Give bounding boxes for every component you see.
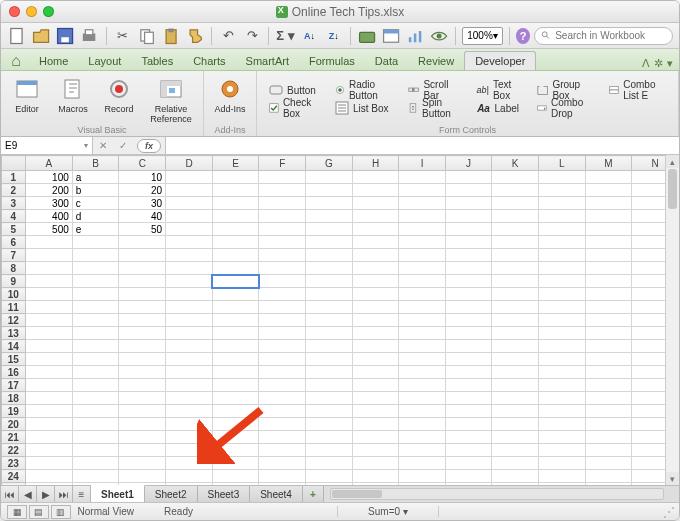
- cell[interactable]: [352, 301, 399, 314]
- row-header[interactable]: 7: [2, 249, 26, 262]
- cell[interactable]: [72, 249, 119, 262]
- cell[interactable]: [25, 366, 72, 379]
- cell[interactable]: [445, 353, 492, 366]
- cell[interactable]: [492, 392, 539, 405]
- cell[interactable]: [166, 392, 213, 405]
- form-groupbox[interactable]: Group Box: [533, 82, 595, 99]
- relative-reference-button[interactable]: Relative Reference: [143, 73, 199, 125]
- cell[interactable]: [166, 405, 213, 418]
- cell[interactable]: a: [72, 171, 119, 184]
- cell[interactable]: [166, 210, 213, 223]
- cell[interactable]: [492, 327, 539, 340]
- cell[interactable]: [306, 444, 353, 457]
- col-header[interactable]: F: [259, 156, 306, 171]
- copy-button[interactable]: [137, 26, 157, 46]
- cell[interactable]: [352, 431, 399, 444]
- cell[interactable]: [212, 405, 259, 418]
- cell[interactable]: d: [72, 210, 119, 223]
- paste-button[interactable]: [161, 26, 181, 46]
- cell[interactable]: [399, 418, 445, 431]
- cell[interactable]: [306, 379, 353, 392]
- row-header[interactable]: 8: [2, 262, 26, 275]
- col-header[interactable]: K: [492, 156, 539, 171]
- cell[interactable]: [259, 223, 306, 236]
- cell[interactable]: [399, 470, 445, 483]
- cell[interactable]: [492, 197, 539, 210]
- row-header[interactable]: 14: [2, 340, 26, 353]
- cell[interactable]: [445, 327, 492, 340]
- cell[interactable]: [119, 301, 166, 314]
- toolbox-button[interactable]: [357, 26, 377, 46]
- cell[interactable]: [25, 470, 72, 483]
- form-combo[interactable]: Combo Drop: [533, 100, 595, 117]
- cell[interactable]: [445, 223, 492, 236]
- undo-button[interactable]: ↶: [218, 26, 238, 46]
- cell[interactable]: [585, 301, 632, 314]
- row-header[interactable]: 21: [2, 431, 26, 444]
- cell[interactable]: [538, 197, 585, 210]
- cell[interactable]: [259, 301, 306, 314]
- cell[interactable]: [72, 340, 119, 353]
- cell[interactable]: [445, 444, 492, 457]
- cell[interactable]: [25, 236, 72, 249]
- zoom-level[interactable]: 100% ▾: [462, 27, 502, 45]
- cell[interactable]: [306, 431, 353, 444]
- cell[interactable]: [119, 314, 166, 327]
- cell[interactable]: [119, 236, 166, 249]
- cell[interactable]: [399, 327, 445, 340]
- sheet-tab[interactable]: Sheet2: [145, 486, 198, 502]
- cell[interactable]: [166, 340, 213, 353]
- fx-button[interactable]: fx: [137, 139, 161, 153]
- cell[interactable]: [72, 314, 119, 327]
- cell[interactable]: [538, 236, 585, 249]
- cell[interactable]: [399, 405, 445, 418]
- cell[interactable]: [306, 483, 353, 486]
- cell[interactable]: [212, 392, 259, 405]
- cell[interactable]: [585, 223, 632, 236]
- cell[interactable]: [399, 262, 445, 275]
- row-header[interactable]: 6: [2, 236, 26, 249]
- row-header[interactable]: 4: [2, 210, 26, 223]
- row-header[interactable]: 24: [2, 470, 26, 483]
- horizontal-scrollbar[interactable]: [330, 488, 664, 500]
- cell[interactable]: [352, 379, 399, 392]
- cell[interactable]: e: [72, 223, 119, 236]
- row-header[interactable]: 17: [2, 379, 26, 392]
- cell[interactable]: [119, 457, 166, 470]
- cell[interactable]: [212, 353, 259, 366]
- col-header[interactable]: G: [306, 156, 353, 171]
- row-header[interactable]: 5: [2, 223, 26, 236]
- cell[interactable]: [166, 262, 213, 275]
- cell[interactable]: [259, 171, 306, 184]
- cell[interactable]: [212, 210, 259, 223]
- cell[interactable]: [585, 171, 632, 184]
- cell[interactable]: [492, 288, 539, 301]
- cell[interactable]: [445, 314, 492, 327]
- form-checkbox[interactable]: Check Box: [265, 100, 321, 117]
- cell[interactable]: [72, 405, 119, 418]
- cell[interactable]: [399, 288, 445, 301]
- cell[interactable]: [585, 197, 632, 210]
- cell[interactable]: [399, 275, 445, 288]
- cell[interactable]: [259, 197, 306, 210]
- cell[interactable]: [25, 405, 72, 418]
- cell[interactable]: 400: [25, 210, 72, 223]
- cell[interactable]: [212, 444, 259, 457]
- cell[interactable]: [538, 314, 585, 327]
- sort-za-button[interactable]: Z↓: [324, 26, 344, 46]
- cell[interactable]: [259, 444, 306, 457]
- form-spin[interactable]: Spin Button: [404, 100, 462, 117]
- cell[interactable]: [119, 405, 166, 418]
- cell[interactable]: [585, 444, 632, 457]
- gallery-button[interactable]: [381, 26, 401, 46]
- cell[interactable]: [25, 457, 72, 470]
- cell[interactable]: [212, 197, 259, 210]
- cell[interactable]: [492, 379, 539, 392]
- macros-button[interactable]: Macros: [51, 73, 95, 125]
- cell[interactable]: [492, 431, 539, 444]
- cell[interactable]: [445, 340, 492, 353]
- col-header[interactable]: D: [166, 156, 213, 171]
- cell[interactable]: [25, 288, 72, 301]
- cell[interactable]: [259, 366, 306, 379]
- cell[interactable]: [399, 353, 445, 366]
